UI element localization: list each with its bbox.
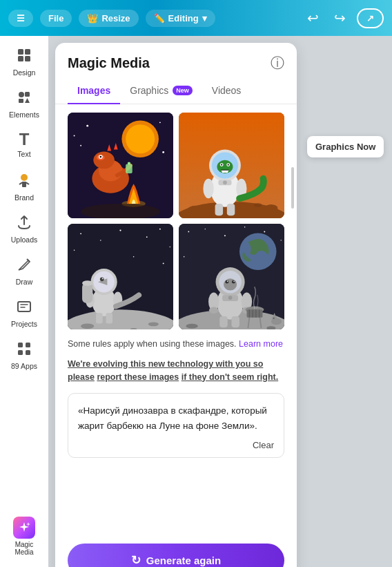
generate-label: Generate again xyxy=(146,555,221,566)
svg-point-84 xyxy=(205,229,206,229)
svg-point-66 xyxy=(81,323,94,329)
svg-point-57 xyxy=(80,233,81,234)
svg-point-4 xyxy=(19,92,24,97)
sidebar-item-apps[interactable]: 89 Apps xyxy=(2,335,46,376)
sidebar-apps-label: 89 Apps xyxy=(11,362,37,370)
sidebar-brand-label: Brand xyxy=(14,193,34,202)
image-thumb-4[interactable] xyxy=(179,224,284,329)
menu-button[interactable]: ☰ xyxy=(8,10,33,27)
svg-point-73 xyxy=(102,278,104,279)
report-images-link[interactable]: report these images xyxy=(97,372,179,382)
magic-media-panel: Magic Media ⓘ Images Graphics New Videos xyxy=(55,43,297,567)
svg-rect-6 xyxy=(19,99,23,103)
pencil-icon: ✏️ xyxy=(154,13,165,23)
clear-button[interactable]: Clear xyxy=(253,440,274,450)
svg-point-98 xyxy=(224,278,237,290)
svg-point-120 xyxy=(272,316,277,322)
evolving-text: We're evolving this new technology with … xyxy=(68,358,284,384)
svg-rect-1 xyxy=(25,49,30,55)
svg-point-79 xyxy=(82,280,92,286)
svg-point-67 xyxy=(148,322,159,326)
new-badge: New xyxy=(173,86,193,95)
sidebar-item-elements[interactable]: Elements xyxy=(2,84,46,124)
svg-point-61 xyxy=(159,229,161,230)
undo-button[interactable]: ↩ xyxy=(303,7,323,29)
image-thumb-1[interactable] xyxy=(68,113,173,218)
sidebar-draw-label: Draw xyxy=(16,278,33,286)
generate-button[interactable]: ↻ Generate again xyxy=(68,544,284,567)
info-icon[interactable]: ⓘ xyxy=(271,54,284,73)
svg-rect-78 xyxy=(82,283,92,303)
svg-point-32 xyxy=(162,151,164,153)
tab-images[interactable]: Images xyxy=(68,78,120,104)
svg-point-23 xyxy=(99,156,101,158)
svg-rect-76 xyxy=(96,313,103,323)
sidebar-item-design[interactable]: Design xyxy=(2,41,46,82)
panel-footer: ↻ Generate again xyxy=(55,537,297,567)
panel-body: Some rules apply when using these images… xyxy=(55,104,297,537)
svg-point-59 xyxy=(119,229,121,231)
sidebar-item-magic-media[interactable]: Magic Media xyxy=(2,511,46,561)
svg-rect-109 xyxy=(219,316,227,327)
svg-point-60 xyxy=(146,236,148,238)
tab-videos[interactable]: Videos xyxy=(202,78,251,104)
svg-point-80 xyxy=(133,256,135,258)
svg-point-30 xyxy=(159,122,161,123)
magic-media-icon xyxy=(13,517,35,539)
svg-point-49 xyxy=(203,179,213,199)
apps-icon xyxy=(16,340,32,360)
topbar: ☰ File 👑 Resize ✏️ Editing ▾ ↩ ↪ ↗ xyxy=(0,0,392,36)
svg-point-85 xyxy=(224,235,226,236)
tab-graphics[interactable]: Graphics New xyxy=(120,78,202,104)
svg-rect-27 xyxy=(126,164,133,173)
editing-button[interactable]: ✏️ Editing ▾ xyxy=(146,10,215,27)
sidebar-item-brand[interactable]: Brand xyxy=(2,165,46,207)
sidebar-item-draw[interactable]: Draw xyxy=(2,251,46,291)
design-icon xyxy=(16,47,32,66)
svg-point-122 xyxy=(273,318,275,319)
sidebar-projects-label: Projects xyxy=(11,320,37,328)
sidebar-magic-label: Magic Media xyxy=(5,541,43,556)
svg-rect-110 xyxy=(232,316,239,327)
svg-point-48 xyxy=(223,180,227,184)
share-button[interactable]: ↗ xyxy=(357,8,384,28)
sidebar-item-text[interactable]: T Text xyxy=(2,126,46,164)
svg-point-86 xyxy=(244,227,246,228)
panel-tabs: Images Graphics New Videos xyxy=(55,78,297,104)
scroll-indicator xyxy=(291,167,294,209)
sidebar: Design Elements T Text xyxy=(0,36,48,567)
image-thumb-3[interactable] xyxy=(68,224,173,329)
svg-point-107 xyxy=(209,307,218,314)
projects-icon xyxy=(16,298,32,318)
svg-point-8 xyxy=(21,174,28,181)
learn-more-link[interactable]: Learn more xyxy=(239,339,283,349)
main-layout: Design Elements T Text xyxy=(0,36,392,567)
tab-images-label: Images xyxy=(77,85,110,96)
uploads-icon xyxy=(16,214,32,233)
draw-icon xyxy=(16,256,32,276)
svg-point-83 xyxy=(188,231,189,233)
file-button[interactable]: File xyxy=(40,10,72,27)
svg-point-88 xyxy=(281,240,282,240)
svg-rect-77 xyxy=(106,313,112,323)
svg-point-101 xyxy=(232,280,235,284)
svg-rect-10 xyxy=(18,302,30,311)
svg-point-100 xyxy=(227,281,228,282)
undo-icon: ↩ xyxy=(307,10,319,26)
panel-title: Magic Media xyxy=(68,55,150,71)
tab-graphics-label: Graphics xyxy=(130,85,168,96)
images-grid xyxy=(68,113,284,329)
svg-rect-12 xyxy=(26,343,30,347)
resize-button[interactable]: 👑 Resize xyxy=(79,10,138,27)
sidebar-uploads-label: Uploads xyxy=(11,236,38,244)
sidebar-item-projects[interactable]: Projects xyxy=(2,293,46,334)
panel-header: Magic Media ⓘ xyxy=(55,43,297,78)
svg-point-62 xyxy=(74,249,75,251)
canvas-card-label: Graphics Now xyxy=(315,142,375,152)
redo-button[interactable]: ↪ xyxy=(330,7,350,29)
canvas-card: Graphics Now xyxy=(307,136,384,157)
sidebar-item-uploads[interactable]: Uploads xyxy=(2,209,46,249)
svg-point-29 xyxy=(86,125,88,127)
svg-point-58 xyxy=(100,240,101,241)
image-thumb-2[interactable] xyxy=(179,113,284,218)
